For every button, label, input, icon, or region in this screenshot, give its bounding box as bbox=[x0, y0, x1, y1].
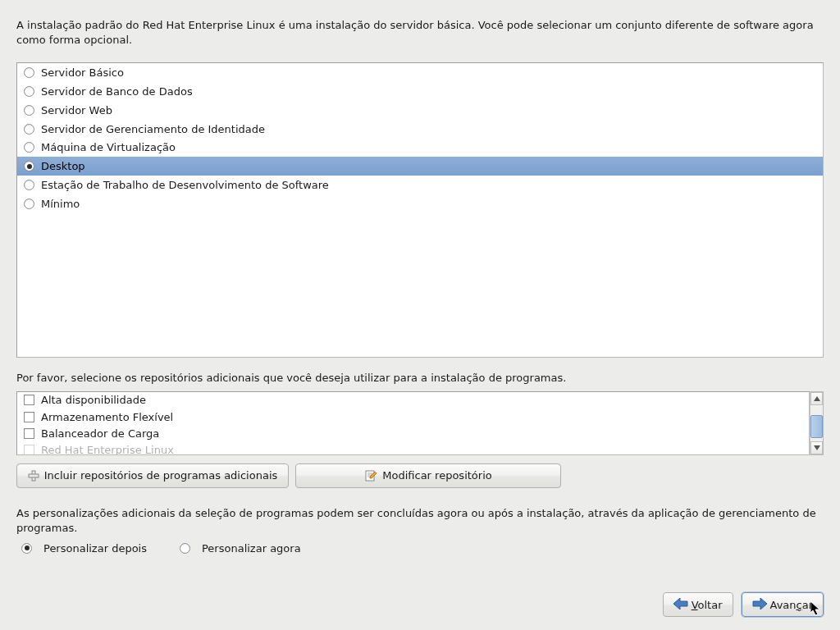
button-label: Voltar bbox=[692, 599, 723, 611]
scroll-track[interactable] bbox=[810, 405, 823, 441]
button-label: Avançar bbox=[770, 599, 814, 611]
edit-icon bbox=[364, 469, 377, 482]
checkbox-icon[interactable] bbox=[24, 412, 34, 422]
radio-icon[interactable] bbox=[21, 543, 32, 554]
svg-marker-10 bbox=[753, 598, 767, 609]
list-item-label: Servidor de Banco de Dados bbox=[41, 85, 193, 98]
list-item[interactable]: Estação de Trabalho de Desenvolvimento d… bbox=[17, 176, 823, 194]
scrollbar[interactable] bbox=[810, 391, 824, 455]
customize-text: As personalizações adicionais da seleção… bbox=[16, 506, 824, 536]
plus-icon bbox=[28, 470, 39, 482]
list-item[interactable]: Servidor Web bbox=[17, 101, 823, 120]
list-item[interactable]: Alta disponibilidade bbox=[17, 392, 809, 409]
list-item[interactable]: Máquina de Virtualização bbox=[17, 139, 823, 158]
next-button[interactable]: Avançar bbox=[742, 592, 824, 617]
radio-icon[interactable] bbox=[24, 180, 34, 190]
intro-text: A instalação padrão do Red Hat Enterpris… bbox=[16, 18, 824, 48]
add-repo-button[interactable]: Incluir repositórios de programas adicio… bbox=[16, 463, 289, 488]
list-item-label: Alta disponibilidade bbox=[41, 394, 146, 406]
radio-icon[interactable] bbox=[180, 543, 190, 554]
list-item-label: Servidor de Gerenciamento de Identidade bbox=[41, 123, 265, 135]
checkbox-icon[interactable] bbox=[24, 445, 34, 454]
svg-marker-1 bbox=[814, 445, 820, 450]
list-item[interactable]: Balanceador de Carga bbox=[17, 425, 809, 441]
radio-icon[interactable] bbox=[24, 142, 34, 153]
customize-later-radio[interactable]: Personalizar depois bbox=[21, 542, 147, 555]
radio-icon[interactable] bbox=[24, 67, 34, 78]
customize-now-radio[interactable]: Personalizar agora bbox=[180, 542, 301, 555]
repo-list[interactable]: Alta disponibilidade Armazenamento Flexí… bbox=[16, 391, 810, 455]
button-label: Modificar repositório bbox=[382, 469, 491, 482]
list-item-label: Máquina de Virtualização bbox=[41, 141, 176, 153]
scroll-down-icon[interactable] bbox=[810, 441, 823, 454]
svg-rect-3 bbox=[29, 474, 39, 477]
button-label: Incluir repositórios de programas adicio… bbox=[44, 469, 278, 482]
checkbox-icon[interactable] bbox=[24, 428, 34, 439]
scroll-up-icon[interactable] bbox=[810, 392, 823, 405]
modify-repo-button[interactable]: Modificar repositório bbox=[295, 463, 561, 488]
radio-icon[interactable] bbox=[24, 124, 34, 135]
list-item[interactable]: Servidor de Gerenciamento de Identidade bbox=[17, 120, 823, 139]
checkbox-icon[interactable] bbox=[24, 395, 34, 405]
repo-prompt-text: Por favor, selecione os repositórios adi… bbox=[16, 371, 824, 386]
radio-icon[interactable] bbox=[24, 161, 34, 171]
list-item-label: Servidor Básico bbox=[41, 66, 124, 79]
radio-icon[interactable] bbox=[24, 199, 34, 209]
radio-label: Personalizar agora bbox=[202, 542, 301, 555]
list-item-label: Red Hat Enterprise Linux bbox=[41, 444, 174, 454]
list-item[interactable]: Servidor de Banco de Dados bbox=[17, 82, 823, 101]
list-item-label: Estação de Trabalho de Desenvolvimento d… bbox=[41, 179, 329, 191]
list-item-label: Desktop bbox=[41, 160, 85, 172]
list-item-selected[interactable]: Desktop bbox=[17, 157, 823, 176]
radio-icon[interactable] bbox=[24, 105, 34, 116]
back-button[interactable]: Voltar bbox=[663, 592, 733, 617]
list-item[interactable]: Servidor Básico bbox=[17, 63, 823, 82]
software-selection-list[interactable]: Servidor Básico Servidor de Banco de Dad… bbox=[16, 62, 824, 358]
list-item-label: Servidor Web bbox=[41, 104, 112, 116]
list-item-label: Mínimo bbox=[41, 198, 80, 210]
radio-label: Personalizar depois bbox=[43, 542, 147, 555]
radio-icon[interactable] bbox=[24, 86, 34, 97]
scroll-thumb[interactable] bbox=[810, 415, 823, 438]
arrow-right-icon bbox=[752, 598, 767, 612]
svg-marker-0 bbox=[814, 396, 820, 401]
list-item[interactable]: Armazenamento Flexível bbox=[17, 409, 809, 425]
list-item[interactable]: Red Hat Enterprise Linux bbox=[17, 442, 809, 455]
arrow-left-icon bbox=[673, 598, 688, 612]
svg-marker-9 bbox=[673, 598, 687, 609]
list-item-label: Balanceador de Carga bbox=[41, 427, 159, 440]
list-item[interactable]: Mínimo bbox=[17, 194, 823, 213]
list-item-label: Armazenamento Flexível bbox=[41, 411, 173, 423]
